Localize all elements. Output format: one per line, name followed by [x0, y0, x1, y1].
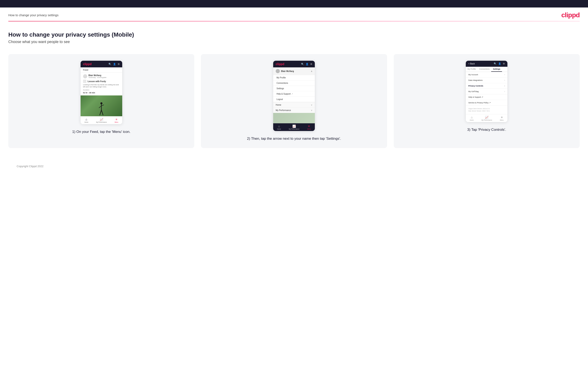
- mock1-lesson-row: Lesson with Fordy: [83, 80, 120, 83]
- step-3-caption: 3) Tap 'Privacy Controls'.: [467, 127, 506, 133]
- mock1-username: Blair McHarg: [88, 74, 106, 76]
- svg-line-3: [101, 105, 104, 106]
- mock3-item-data-integrations-label: Data Integrations: [468, 79, 483, 81]
- close-icon: ✕: [308, 125, 310, 128]
- mock3-back: < Back: [468, 63, 475, 65]
- mock1-duration-label: Duration: [83, 89, 120, 91]
- golfer-icon: [97, 102, 105, 116]
- mock3-version2: GQL Server Version: 2022.7.30-1: [468, 110, 505, 112]
- mock1-header: clippd 🔍 👤 ⚙: [81, 61, 122, 67]
- mock3-item-help-support[interactable]: Help & Support ↗: [466, 94, 507, 100]
- tab-my-profile[interactable]: My Profile: [466, 67, 477, 72]
- mock2-menu-my-profile: My Profile: [273, 75, 315, 81]
- mock3-item-privacy-controls-label: Privacy Controls: [468, 85, 483, 87]
- step-1-caption: 1) On your Feed, tap the 'Menu' icon.: [72, 129, 130, 134]
- mock2-nav-performance-label: My Performance: [289, 128, 299, 130]
- mock3-footer: Clippd Client Version: 2022.8.3-3 GQL Se…: [466, 106, 507, 114]
- chevron-right-icon-2: ›: [504, 79, 505, 81]
- mock3-nav-menu-label: Menu: [500, 119, 504, 121]
- mock3-nav-menu: ≡ Menu: [500, 116, 504, 121]
- chevron-right-icon: ›: [504, 74, 505, 76]
- mock1-feed-tab: Feed: [81, 67, 122, 73]
- mock3-item-privacy-policy[interactable]: Service & Privacy Policy ↗: [466, 100, 507, 106]
- mock3-item-my-account[interactable]: My Account ›: [466, 72, 507, 78]
- chevron-up-icon: ∧: [311, 70, 312, 72]
- mock2-section-performance-label: My Performance: [276, 109, 291, 111]
- mock3-nav-performance: 📈 My Performance: [481, 116, 492, 121]
- settings-icon: ⚙: [310, 63, 312, 66]
- mock1-lesson-title: Lesson with Fordy: [88, 80, 106, 83]
- mockup-2: clippd 🔍 👤 ⚙ Blair McHarg ∧ My: [273, 61, 315, 131]
- mock3-item-my-account-label: My Account: [468, 74, 478, 76]
- mock2-menu-settings: Settings: [273, 86, 315, 91]
- mock2-icons: 🔍 👤 ⚙: [301, 63, 312, 66]
- mock1-logo: clippd: [83, 62, 92, 66]
- mock1-nav-performance: 📈 My Performance: [96, 118, 107, 123]
- mock2-nav-close: ✕ Menu: [307, 125, 311, 130]
- mock2-bg-content: [273, 113, 315, 123]
- mock1-avatar: [83, 74, 87, 78]
- step-3-card: < Back 🔍 👤 ⚙ My Profile Connections Sett…: [394, 54, 580, 148]
- steps-grid: clippd 🔍 👤 ⚙ Feed Blair McHarg: [8, 54, 580, 148]
- mock1-image: [81, 95, 122, 116]
- page-heading: How to change your privacy settings (Mob…: [8, 31, 580, 38]
- search-icon: 🔍: [301, 63, 304, 66]
- mock3-item-help-support-label: Help & Support ↗: [468, 96, 483, 98]
- mock3-nav-home: ⌂ Home: [470, 116, 474, 121]
- mock2-bottom-nav: ⌂ Home 📈 My Performance ✕ Menu: [273, 123, 315, 131]
- mock1-nav-home: ⌂ Home: [84, 118, 88, 123]
- mock2-section-home: Home ∨: [273, 102, 315, 108]
- logo: clippd: [561, 11, 580, 19]
- chevron-down-icon-2: ∨: [311, 109, 312, 111]
- mock2-user-avatar: [276, 69, 280, 73]
- user-icon: 👤: [498, 62, 501, 65]
- mock3-icons: 🔍 👤 ⚙: [494, 62, 505, 65]
- mock3-bottom-nav: ⌂ Home 📈 My Performance ≡ Menu: [466, 114, 507, 122]
- mock2-user-left: Blair McHarg: [276, 69, 294, 73]
- mock2-nav-performance: 📈 My Performance: [289, 125, 299, 130]
- home-icon: ⌂: [471, 116, 472, 119]
- search-icon: 🔍: [494, 62, 497, 65]
- mock3-item-privacy-controls[interactable]: Privacy Controls ›: [466, 83, 507, 89]
- mock2-header: clippd 🔍 👤 ⚙: [273, 61, 315, 67]
- mock2-nav-home-label: Home: [277, 128, 281, 130]
- mock3-item-my-golf-bag-label: My Golf Bag: [468, 91, 479, 92]
- mock2-user-name: Blair McHarg: [281, 70, 294, 72]
- mock3-item-privacy-policy-label: Service & Privacy Policy ↗: [468, 102, 491, 104]
- main-content: How to change your privacy settings (Mob…: [0, 21, 588, 180]
- mock3-item-my-golf-bag[interactable]: My Golf Bag ›: [466, 89, 507, 94]
- mock3-version1: Clippd Client Version: 2022.8.3-3: [468, 108, 505, 110]
- svg-line-2: [99, 106, 101, 108]
- performance-icon: 📈: [292, 125, 296, 128]
- mock2-user-row: Blair McHarg ∧: [273, 67, 315, 75]
- top-bar: [0, 0, 588, 8]
- mock1-nav-performance-label: My Performance: [96, 121, 107, 123]
- mock3-tabs: My Profile Connections Settings: [466, 67, 507, 72]
- mock3-nav-home-label: Home: [470, 119, 474, 121]
- mock1-bottom-nav: ⌂ Home 📈 My Performance ≡ Menu: [81, 116, 122, 124]
- mockup-1: clippd 🔍 👤 ⚙ Feed Blair McHarg: [81, 61, 122, 124]
- copyright: Copyright Clippd 2022: [17, 165, 43, 168]
- mock1-post: Blair McHarg Yesterday · Sunningdale Les…: [81, 73, 122, 95]
- tab-connections[interactable]: Connections: [477, 67, 491, 72]
- mock1-golf-icon: [83, 80, 86, 83]
- mock1-icons: 🔍 👤 ⚙: [108, 63, 120, 66]
- mock2-menu-logout: Logout: [273, 97, 315, 102]
- chevron-right-icon-4: ›: [504, 91, 505, 92]
- chevron-right-icon-3: ›: [504, 85, 505, 87]
- tab-settings[interactable]: Settings: [491, 67, 502, 72]
- mock2-section-home-label: Home: [276, 104, 281, 106]
- menu-icon: ≡: [501, 116, 503, 119]
- user-icon: 👤: [306, 63, 309, 66]
- mock1-nav-home-label: Home: [84, 121, 88, 123]
- home-icon: ⌂: [278, 125, 280, 128]
- performance-icon: 📈: [485, 116, 488, 119]
- mock1-user-row: Blair McHarg Yesterday · Sunningdale: [83, 74, 120, 78]
- mock3-header: < Back 🔍 👤 ⚙: [466, 61, 507, 67]
- settings-icon: ⚙: [118, 63, 120, 66]
- user-icon: 👤: [113, 63, 116, 66]
- mock1-lesson-desc: Looking to feel like my hands are exitin…: [83, 84, 120, 88]
- chevron-down-icon: ∨: [311, 104, 312, 106]
- home-icon: ⌂: [86, 118, 87, 121]
- mock3-item-data-integrations[interactable]: Data Integrations ›: [466, 78, 507, 83]
